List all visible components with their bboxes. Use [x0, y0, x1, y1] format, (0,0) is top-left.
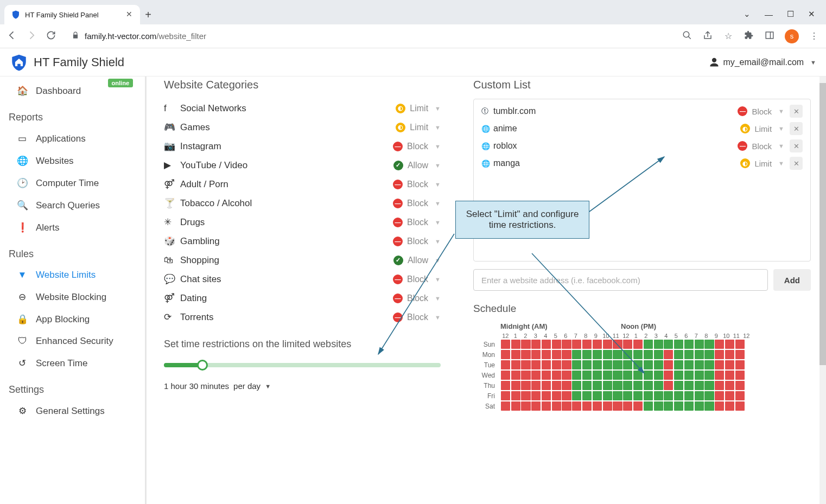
schedule-cell[interactable]	[582, 401, 592, 411]
sidebar-item-alerts[interactable]: ❗Alerts	[0, 216, 145, 239]
category-status-dropdown[interactable]: — Block ▼	[393, 218, 441, 227]
schedule-cell[interactable]	[613, 371, 622, 380]
back-icon[interactable]	[7, 30, 17, 43]
schedule-cell[interactable]	[715, 401, 724, 411]
schedule-cell[interactable]	[623, 391, 632, 400]
schedule-cell[interactable]	[725, 350, 734, 359]
schedule-cell[interactable]	[623, 381, 632, 390]
profile-avatar[interactable]: s	[785, 29, 799, 43]
side-panel-icon[interactable]	[764, 30, 775, 42]
category-status-dropdown[interactable]: ◐ Limit ▼	[396, 104, 441, 113]
custom-status-dropdown[interactable]: ◐ Limit ▼	[740, 158, 784, 168]
schedule-cell[interactable]	[562, 381, 571, 390]
schedule-cell[interactable]	[511, 371, 520, 380]
schedule-cell[interactable]	[654, 391, 663, 400]
schedule-cell[interactable]	[603, 391, 612, 400]
category-status-dropdown[interactable]: — Block ▼	[393, 275, 441, 284]
custom-status-dropdown[interactable]: — Block ▼	[738, 106, 784, 116]
schedule-cell[interactable]	[552, 360, 561, 369]
schedule-cell[interactable]	[562, 360, 571, 369]
schedule-cell[interactable]	[552, 401, 561, 411]
category-status-dropdown[interactable]: — Block ▼	[393, 294, 441, 303]
schedule-cell[interactable]	[633, 391, 643, 400]
schedule-cell[interactable]	[674, 360, 683, 369]
schedule-cell[interactable]	[562, 350, 571, 359]
time-slider[interactable]	[164, 363, 441, 372]
schedule-cell[interactable]	[531, 401, 541, 411]
schedule-cell[interactable]	[654, 360, 663, 369]
schedule-cell[interactable]	[542, 381, 551, 390]
schedule-cell[interactable]	[572, 401, 581, 411]
schedule-cell[interactable]	[674, 371, 683, 380]
schedule-cell[interactable]	[501, 340, 510, 349]
schedule-cell[interactable]	[572, 360, 581, 369]
schedule-cell[interactable]	[644, 401, 653, 411]
schedule-cell[interactable]	[603, 371, 612, 380]
schedule-cell[interactable]	[715, 360, 724, 369]
slider-thumb[interactable]	[197, 360, 208, 371]
app-logo[interactable]: HT Family Shield	[10, 53, 124, 72]
schedule-cell[interactable]	[531, 340, 541, 349]
schedule-cell[interactable]	[654, 401, 663, 411]
schedule-cell[interactable]	[695, 340, 704, 349]
schedule-cell[interactable]	[603, 401, 612, 411]
custom-status-dropdown[interactable]: ◐ Limit ▼	[740, 124, 784, 133]
schedule-cell[interactable]	[593, 350, 602, 359]
schedule-cell[interactable]	[684, 371, 694, 380]
schedule-cell[interactable]	[593, 381, 602, 390]
schedule-cell[interactable]	[644, 360, 653, 369]
schedule-cell[interactable]	[603, 350, 612, 359]
sidebar-item-screen-time[interactable]: ↺Screen Time	[0, 352, 145, 374]
schedule-cell[interactable]	[715, 371, 724, 380]
schedule-cell[interactable]	[593, 401, 602, 411]
schedule-cell[interactable]	[603, 360, 612, 369]
schedule-cell[interactable]	[664, 381, 673, 390]
schedule-cell[interactable]	[562, 401, 571, 411]
schedule-cell[interactable]	[684, 340, 694, 349]
schedule-cell[interactable]	[501, 401, 510, 411]
schedule-cell[interactable]	[582, 391, 592, 400]
schedule-cell[interactable]	[633, 340, 643, 349]
user-menu[interactable]: my_email@mail.com ▼	[709, 57, 816, 68]
schedule-cell[interactable]	[695, 360, 704, 369]
schedule-cell[interactable]	[623, 371, 632, 380]
schedule-cell[interactable]	[725, 391, 734, 400]
remove-button[interactable]: ✕	[790, 157, 803, 170]
schedule-cell[interactable]	[725, 381, 734, 390]
schedule-cell[interactable]	[704, 381, 714, 390]
schedule-cell[interactable]	[695, 381, 704, 390]
schedule-cell[interactable]	[633, 371, 643, 380]
schedule-cell[interactable]	[501, 391, 510, 400]
schedule-cell[interactable]	[735, 340, 745, 349]
remove-button[interactable]: ✕	[790, 139, 803, 152]
schedule-cell[interactable]	[521, 350, 530, 359]
schedule-cell[interactable]	[644, 391, 653, 400]
schedule-grid[interactable]: Midnight (AM) Noon (PM) 1212345678910111…	[473, 322, 811, 411]
extensions-icon[interactable]	[744, 30, 754, 42]
custom-status-dropdown[interactable]: — Block ▼	[738, 141, 784, 151]
new-tab-button[interactable]: +	[140, 9, 156, 24]
schedule-cell[interactable]	[644, 371, 653, 380]
schedule-cell[interactable]	[695, 350, 704, 359]
schedule-cell[interactable]	[623, 340, 632, 349]
reload-icon[interactable]	[46, 30, 56, 43]
schedule-cell[interactable]	[664, 360, 673, 369]
sidebar-item-websites[interactable]: 🌐Websites	[0, 150, 145, 172]
schedule-cell[interactable]	[582, 381, 592, 390]
schedule-cell[interactable]	[735, 350, 745, 359]
schedule-cell[interactable]	[715, 350, 724, 359]
category-status-dropdown[interactable]: ✓ Allow ▼	[393, 256, 441, 265]
browser-tab[interactable]: HT Family Shield Panel ✕	[4, 5, 140, 24]
schedule-cell[interactable]	[531, 381, 541, 390]
page-scrollbar[interactable]	[819, 76, 826, 504]
schedule-cell[interactable]	[715, 391, 724, 400]
schedule-cell[interactable]	[654, 371, 663, 380]
schedule-cell[interactable]	[695, 391, 704, 400]
schedule-cell[interactable]	[552, 350, 561, 359]
schedule-cell[interactable]	[521, 360, 530, 369]
schedule-cell[interactable]	[511, 391, 520, 400]
schedule-cell[interactable]	[725, 340, 734, 349]
schedule-cell[interactable]	[704, 371, 714, 380]
schedule-cell[interactable]	[582, 360, 592, 369]
schedule-cell[interactable]	[674, 340, 683, 349]
